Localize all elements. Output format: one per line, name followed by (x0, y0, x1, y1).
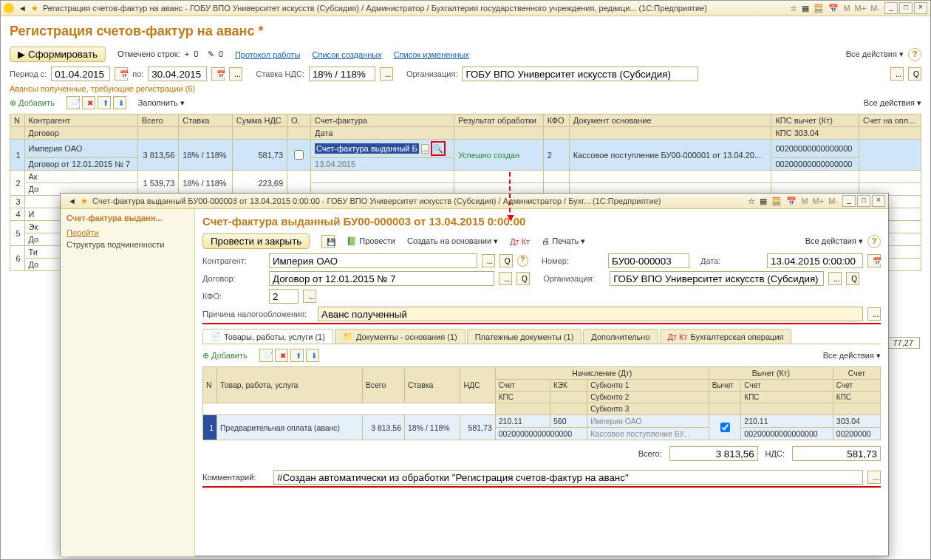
contr-sel[interactable]: ... (482, 254, 495, 267)
post-button[interactable]: 📗 Провести (347, 236, 395, 246)
period-to-cal[interactable]: 📅 (211, 67, 225, 81)
d-add-button[interactable]: ⊕ Добавить (202, 351, 248, 361)
org-sel[interactable]: ... (890, 67, 904, 81)
list-created-link[interactable]: Список созданных (312, 50, 381, 59)
calendar-icon[interactable]: 📅 (828, 4, 839, 13)
sidebar-structure[interactable]: Структура подчиненности (66, 240, 188, 249)
rows-all-actions[interactable]: Все действия ▾ (864, 98, 921, 108)
list-changed-link[interactable]: Список измененных (394, 50, 469, 59)
star-icon[interactable]: ★ (81, 197, 88, 206)
help-icon[interactable]: ? (867, 235, 881, 248)
dorg-open[interactable]: Q (846, 272, 859, 285)
dialog-maximize[interactable]: □ (857, 195, 870, 207)
copy-icon[interactable]: 📄 (66, 96, 80, 109)
d-up-icon[interactable]: ⬆ (290, 349, 304, 362)
close-button[interactable]: × (914, 2, 927, 14)
mem-mplus[interactable]: M+ (855, 4, 867, 13)
table-row[interactable]: 1 Империя ОАО 3 813,56 18% / 118% 581,73… (10, 140, 921, 158)
mem-m[interactable]: M (801, 197, 808, 205)
mem-mminus[interactable]: M- (870, 4, 880, 13)
delete-icon[interactable]: ✖ (82, 96, 95, 109)
period-sel[interactable]: ... (229, 67, 242, 81)
dialog-close[interactable]: × (872, 195, 885, 207)
dialog-title: Счет-фактура выданный БУ00-000003 от 13.… (92, 197, 744, 205)
kfo-sel[interactable]: ... (303, 290, 316, 303)
tab-docs[interactable]: 📁 Документы - основания (1) (335, 329, 466, 344)
sidebar-goto[interactable]: Перейти (66, 228, 188, 237)
dorg-sel[interactable]: ... (828, 272, 842, 285)
add-button[interactable]: ⊕ Добавить (10, 98, 55, 108)
period-from-cal[interactable]: 📅 (115, 67, 128, 81)
period-to-input[interactable] (148, 66, 207, 81)
nav-back-icon[interactable]: ◄ (18, 4, 27, 13)
grid-icon[interactable]: ▦ (802, 4, 809, 13)
nds-sel[interactable]: ... (380, 67, 393, 81)
sf-sel[interactable]: ... (421, 144, 429, 154)
detail-row[interactable]: 1 Предварительная оплата (аванс) 3 813,5… (203, 415, 881, 428)
comment-sel[interactable]: ... (867, 471, 881, 484)
dialog-main: Счет-фактура выданный БУ00-000003 от 13.… (195, 209, 888, 556)
all-actions-button[interactable]: Все действия ▾ (846, 49, 904, 59)
date-cal[interactable]: 📅 (867, 254, 881, 267)
dog-input[interactable] (269, 271, 494, 286)
d-copy-icon[interactable]: 📄 (259, 349, 273, 362)
kfo-input[interactable] (269, 289, 299, 304)
tool-icon[interactable]: 🧮 (771, 197, 782, 206)
reason-input[interactable] (318, 307, 863, 321)
up-icon[interactable]: ⬆ (98, 96, 111, 109)
star-icon[interactable]: ★ (31, 4, 38, 13)
num-input[interactable] (608, 253, 689, 268)
period-from-input[interactable] (51, 66, 110, 81)
mem-mminus[interactable]: M- (828, 197, 838, 205)
mem-mplus[interactable]: M+ (813, 197, 825, 205)
contr-help[interactable]: ? (517, 255, 528, 267)
reason-label: Причина налогообложения: (202, 310, 313, 318)
fav-icon[interactable]: ☆ (748, 197, 755, 206)
org-open[interactable]: Q (908, 67, 921, 81)
grid-icon[interactable]: ▦ (760, 197, 767, 206)
d-down-icon[interactable]: ⬇ (306, 349, 319, 362)
help-icon[interactable]: ? (908, 48, 921, 61)
dog-open[interactable]: Q (516, 272, 530, 285)
minimize-button[interactable]: _ (884, 2, 898, 14)
tab-goods[interactable]: 📄 Товары, работы, услуги (1) (202, 329, 333, 344)
fav-icon[interactable]: ☆ (790, 4, 797, 13)
dialog-all-actions[interactable]: Все действия ▾ (805, 236, 863, 246)
d-all-actions[interactable]: Все действия ▾ (823, 351, 881, 361)
contr-input[interactable] (269, 253, 477, 268)
deduct-checkbox[interactable] (720, 423, 730, 432)
tab-payments[interactable]: Платежные документы (1) (467, 329, 582, 344)
dorg-input[interactable] (610, 271, 824, 286)
dialog-minimize[interactable]: _ (842, 195, 856, 207)
print-button[interactable]: 🖨 Печать ▾ (542, 236, 585, 246)
dog-sel[interactable]: ... (499, 272, 512, 285)
down-icon[interactable]: ⬇ (113, 96, 126, 109)
table-row[interactable]: 2Ак1 539,7318% / 118%223,69 (10, 171, 921, 183)
comment-input[interactable] (273, 470, 863, 485)
date-input[interactable] (767, 253, 863, 268)
maximize-button[interactable]: □ (899, 2, 913, 14)
detail-table[interactable]: N Товар, работа, услуга Всего Ставка НДС… (202, 366, 881, 440)
nav-back-icon[interactable]: ◄ (68, 197, 76, 205)
create-base-button[interactable]: Создать на основании ▾ (407, 236, 498, 246)
magnify-icon[interactable]: 🔍 (431, 141, 446, 156)
save-close-button[interactable]: Провести и закрыть (202, 233, 310, 249)
tab-extra[interactable]: Дополнительно (583, 329, 658, 344)
tool-icon[interactable]: 🧮 (814, 4, 824, 13)
dt-kt-icon[interactable]: Дт Кт (510, 237, 530, 246)
fill-button[interactable]: Заполнить ▾ (138, 98, 185, 108)
tab-acc-op[interactable]: Дт Кт Бухгалтерская операция (660, 329, 792, 344)
reason-sel[interactable]: ... (867, 307, 881, 321)
mem-m[interactable]: M (843, 4, 850, 13)
row-checkbox[interactable] (294, 150, 304, 160)
calendar-icon[interactable]: 📅 (786, 197, 797, 206)
protocol-link[interactable]: Протокол работы (235, 50, 301, 59)
save-icon[interactable]: 💾 (321, 235, 335, 248)
sidebar-header: Счет-фактура выданн... (66, 214, 188, 222)
nds-select[interactable] (309, 66, 375, 81)
status-line[interactable]: Авансы полученные, требующие регистрации… (10, 84, 921, 93)
form-button[interactable]: ▶ Сформировать (10, 47, 106, 62)
d-delete-icon[interactable]: ✖ (275, 349, 288, 362)
org-input[interactable] (462, 66, 698, 81)
contr-open[interactable]: Q (499, 254, 513, 267)
